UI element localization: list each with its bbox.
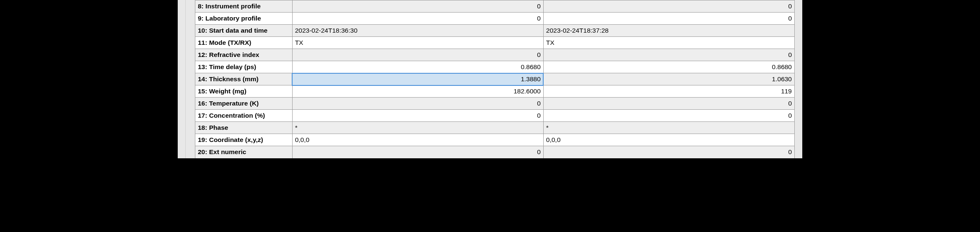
cell-col2[interactable]: *: [543, 122, 794, 134]
page-background: 8: Instrument profile009: Laboratory pro…: [178, 0, 802, 158]
table-row: 10: Start data and time2023-02-24T18:36:…: [195, 25, 795, 37]
cell-col1[interactable]: 0: [292, 110, 543, 122]
cell-col1[interactable]: 2023-02-24T18:36:30: [292, 25, 543, 37]
table-row: 8: Instrument profile00: [195, 0, 795, 13]
table-row: 13: Time delay (ps)0.86800.8680: [195, 61, 795, 73]
cell-col2[interactable]: 119: [543, 85, 794, 98]
cell-col2[interactable]: 0,0,0: [543, 134, 794, 146]
row-label: 9: Laboratory profile: [195, 13, 293, 25]
row-label: 13: Time delay (ps): [195, 61, 293, 73]
table-row: 20: Ext numeric00: [195, 146, 795, 158]
table-row: 9: Laboratory profile00: [195, 13, 795, 25]
row-label: 16: Temperature (K): [195, 98, 293, 110]
table-row: 19: Coordinate (x,y,z)0,0,00,0,0: [195, 134, 795, 146]
cell-col2[interactable]: 0: [543, 13, 794, 25]
cell-col1[interactable]: 182.6000: [292, 85, 543, 98]
cell-col1[interactable]: 0: [292, 0, 543, 13]
table-row: 17: Concentration (%)00: [195, 110, 795, 122]
cell-col1[interactable]: TX: [292, 37, 543, 49]
content-frame: 8: Instrument profile009: Laboratory pro…: [185, 0, 795, 158]
row-label: 17: Concentration (%): [195, 110, 293, 122]
properties-table: 8: Instrument profile009: Laboratory pro…: [195, 0, 795, 158]
cell-col1[interactable]: 1.3880: [292, 73, 543, 85]
cell-col1[interactable]: 0: [292, 49, 543, 61]
cell-col1[interactable]: 0: [292, 13, 543, 25]
cell-col1[interactable]: *: [292, 122, 543, 134]
row-label: 10: Start data and time: [195, 25, 293, 37]
table-row: 14: Thickness (mm)1.38801.0630: [195, 73, 795, 85]
cell-col2[interactable]: TX: [543, 37, 794, 49]
cell-col2[interactable]: 0: [543, 146, 794, 158]
row-label: 12: Refractive index: [195, 49, 293, 61]
row-label: 14: Thickness (mm): [195, 73, 293, 85]
cell-col2[interactable]: 2023-02-24T18:37:28: [543, 25, 794, 37]
row-label: 8: Instrument profile: [195, 0, 293, 13]
cell-col1[interactable]: 0: [292, 98, 543, 110]
cell-col2[interactable]: 0: [543, 49, 794, 61]
cell-col1[interactable]: 0: [292, 146, 543, 158]
table-row: 15: Weight (mg)182.6000119: [195, 85, 795, 98]
row-label: 15: Weight (mg): [195, 85, 293, 98]
row-label: 18: Phase: [195, 122, 293, 134]
row-label: 19: Coordinate (x,y,z): [195, 134, 293, 146]
cell-col2[interactable]: 0: [543, 98, 794, 110]
cell-col2[interactable]: 1.0630: [543, 73, 794, 85]
row-label: 20: Ext numeric: [195, 146, 293, 158]
table-row: 12: Refractive index00: [195, 49, 795, 61]
table-row: 18: Phase**: [195, 122, 795, 134]
cell-col2[interactable]: 0: [543, 0, 794, 13]
cell-col2[interactable]: 0: [543, 110, 794, 122]
table-row: 16: Temperature (K)00: [195, 98, 795, 110]
cell-col1[interactable]: 0,0,0: [292, 134, 543, 146]
cell-col1[interactable]: 0.8680: [292, 61, 543, 73]
cell-col2[interactable]: 0.8680: [543, 61, 794, 73]
row-label: 11: Mode (TX/RX): [195, 37, 293, 49]
table-row: 11: Mode (TX/RX)TXTX: [195, 37, 795, 49]
